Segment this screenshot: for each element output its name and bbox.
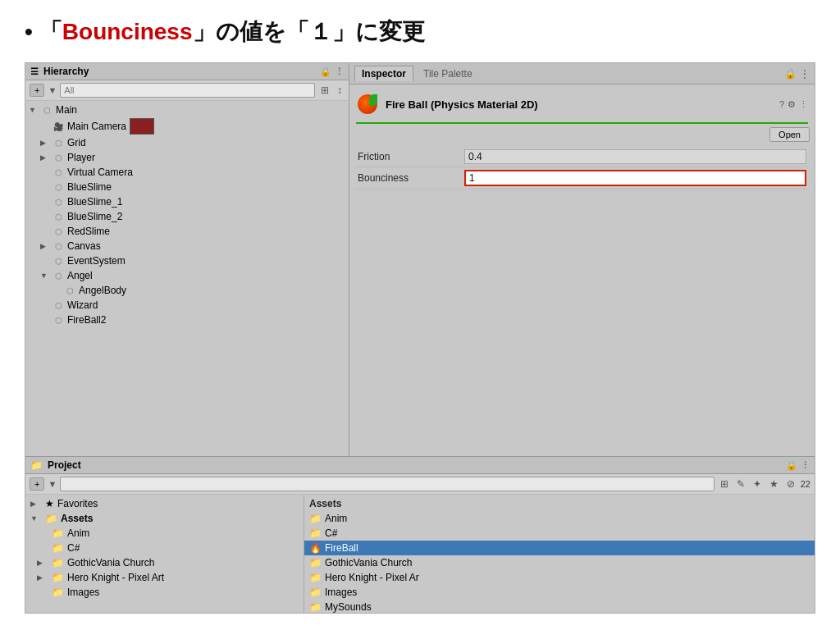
- tree-item-fireball2[interactable]: FireBall2: [25, 313, 349, 327]
- icon-virtual-camera: [52, 166, 65, 179]
- hierarchy-toolbar: + ▼ ⊞ ↕: [25, 80, 349, 101]
- label-anim: Anim: [67, 527, 89, 539]
- tree-item-grid[interactable]: Grid: [25, 135, 349, 150]
- tree-item-blueslime1[interactable]: BlueSlime_1: [25, 194, 349, 209]
- tree-item-canvas[interactable]: Canvas: [25, 239, 349, 253]
- inspector-dots-icon[interactable]: ⋮: [800, 68, 810, 80]
- hierarchy-sort-icon[interactable]: ↕: [335, 84, 345, 97]
- folder-gothic-icon: 📁: [52, 557, 64, 568]
- hierarchy-tree: Main Main Camera Grid: [25, 101, 349, 456]
- icon-blueslime: [52, 180, 65, 194]
- project-file-images[interactable]: 📁 Images: [304, 585, 815, 600]
- dropdown-arrow[interactable]: ▼: [48, 85, 57, 95]
- file-anim-label: Anim: [325, 513, 347, 524]
- project-tree-csharp[interactable]: 📁 C#: [25, 541, 304, 555]
- project-header: 📁 Project 🔒 ⋮: [25, 457, 815, 474]
- inspector-menu-icon[interactable]: ⋮: [799, 99, 808, 110]
- file-anim-icon: 📁: [309, 513, 322, 524]
- icon-grid: [52, 136, 65, 149]
- label-blueslime1: BlueSlime_1: [67, 196, 122, 208]
- bounciness-value[interactable]: [464, 170, 806, 186]
- tab-tile-palette[interactable]: Tile Palette: [417, 66, 479, 81]
- camera-thumbnail: [130, 118, 154, 135]
- icon-blueslime2: [52, 210, 65, 223]
- tree-item-angelbody[interactable]: AngelBody: [25, 283, 349, 298]
- add-hierarchy-button[interactable]: +: [30, 84, 44, 97]
- project-tree-anim[interactable]: 📁 Anim: [25, 526, 304, 541]
- project-content: ★ Favorites 📁 Assets 📁: [25, 495, 815, 613]
- folder-images-icon: 📁: [52, 587, 64, 598]
- inspector-body: Fire Ball (Physics Material 2D) ? ⚙ ⋮ Op…: [349, 84, 815, 456]
- friction-label: Friction: [358, 151, 464, 162]
- arrow-grid: [40, 139, 52, 147]
- label-virtual-camera: Virtual Camera: [67, 167, 133, 178]
- icon-main: [40, 103, 53, 116]
- tree-item-virtual-camera[interactable]: Virtual Camera: [25, 165, 349, 180]
- project-tree-heroknight[interactable]: 📁 Hero Knight - Pixel Art: [25, 570, 304, 585]
- project-file-gothic[interactable]: 📁 GothicVania Church: [304, 555, 815, 570]
- label-grid: Grid: [67, 137, 86, 148]
- fireball-material-icon: [356, 93, 379, 116]
- folder-anim-icon: 📁: [52, 527, 64, 539]
- tree-item-eventsystem[interactable]: EventSystem: [25, 253, 349, 268]
- inspector-header-controls: 🔒 ⋮: [784, 68, 810, 80]
- label-player: Player: [67, 152, 95, 163]
- project-tree-favorites[interactable]: ★ Favorites: [25, 496, 304, 511]
- project-file-heroknight[interactable]: 📁 Hero Knight - Pixel Ar: [304, 570, 815, 585]
- hierarchy-search-input[interactable]: [60, 83, 315, 98]
- tab-inspector[interactable]: Inspector: [354, 66, 413, 81]
- property-row-friction: Friction: [354, 147, 810, 167]
- title-suffix: 」の値を「１」に変更: [193, 19, 425, 44]
- inspector-panel: Inspector Tile Palette 🔒 ⋮ Fire: [349, 63, 815, 456]
- project-file-mysounds[interactable]: 📁 MySounds: [304, 600, 815, 613]
- project-dropdown-arrow[interactable]: ▼: [48, 479, 57, 489]
- title-prefix: 「: [39, 19, 62, 44]
- project-filter3-icon[interactable]: ✦: [751, 477, 764, 491]
- label-gothic: GothicVania Church: [67, 557, 155, 568]
- project-section-header: Assets: [304, 496, 815, 511]
- project-filter2-icon[interactable]: ✎: [734, 477, 747, 491]
- project-toolbar: + ▼ ⊞ ✎ ✦ ★ ⊘ 22: [25, 474, 815, 495]
- file-fireball-icon: 🔥: [309, 542, 322, 554]
- icon-blueslime1: [52, 195, 65, 208]
- tree-item-player[interactable]: Player: [25, 150, 349, 165]
- add-project-button[interactable]: +: [30, 477, 44, 491]
- tree-item-main[interactable]: Main: [25, 103, 349, 117]
- inspector-lock-icon[interactable]: 🔒: [784, 68, 797, 80]
- bounciness-label: Bounciness: [358, 172, 464, 184]
- project-menu-icon: 📁: [30, 459, 43, 471]
- page-container: • 「Bounciness」の値を「１」に変更 ☰ Hierarchy 🔒 ⋮ …: [0, 0, 840, 630]
- dots-icon[interactable]: ⋮: [335, 66, 344, 77]
- project-file-fireball[interactable]: 🔥 FireBall: [304, 541, 815, 555]
- tree-item-main-camera[interactable]: Main Camera: [25, 117, 349, 135]
- tree-item-redslime[interactable]: RedSlime: [25, 224, 349, 239]
- project-tree-images[interactable]: 📁 Images: [25, 585, 304, 600]
- hierarchy-filter-icon[interactable]: ⊞: [318, 84, 331, 97]
- project-file-anim[interactable]: 📁 Anim: [304, 511, 815, 526]
- tree-item-angel[interactable]: Angel: [25, 268, 349, 283]
- friction-value[interactable]: [464, 149, 806, 164]
- hierarchy-header-controls: 🔒 ⋮: [320, 66, 344, 77]
- project-dots-icon[interactable]: ⋮: [801, 460, 810, 471]
- label-redslime: RedSlime: [67, 226, 110, 237]
- project-tree-gothic[interactable]: 📁 GothicVania Church: [25, 555, 304, 570]
- icon-fireball2: [52, 313, 65, 326]
- inspector-question-icon[interactable]: ?: [779, 99, 784, 110]
- label-canvas: Canvas: [67, 240, 101, 252]
- label-eventsystem: EventSystem: [67, 255, 126, 267]
- project-file-csharp[interactable]: 📁 C#: [304, 526, 815, 541]
- tree-item-wizard[interactable]: Wizard: [25, 298, 349, 313]
- project-eye-icon[interactable]: ⊘: [784, 477, 797, 491]
- arrow-canvas: [40, 242, 52, 250]
- inspector-settings-icon[interactable]: ⚙: [788, 99, 796, 110]
- project-lock-icon[interactable]: 🔒: [786, 460, 797, 471]
- project-tree-assets[interactable]: 📁 Assets: [25, 511, 304, 526]
- tree-item-blueslime2[interactable]: BlueSlime_2: [25, 209, 349, 224]
- open-button[interactable]: Open: [769, 127, 810, 142]
- project-search-input[interactable]: [60, 477, 714, 491]
- file-gothic-label: GothicVania Church: [325, 557, 413, 568]
- project-star-icon[interactable]: ★: [767, 477, 781, 491]
- lock-icon[interactable]: 🔒: [320, 66, 331, 77]
- tree-item-blueslime[interactable]: BlueSlime: [25, 180, 349, 194]
- project-filter1-icon[interactable]: ⊞: [718, 477, 731, 491]
